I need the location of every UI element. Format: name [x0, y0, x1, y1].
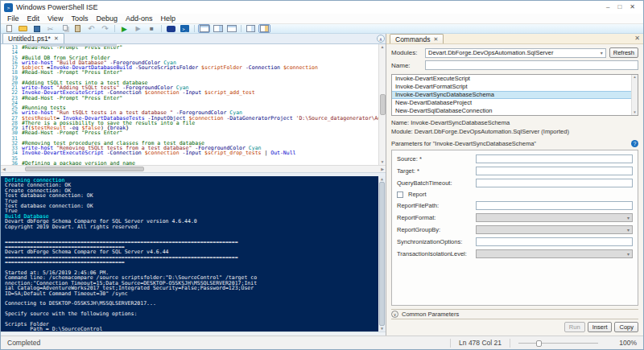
- commands-tab[interactable]: Commands ✕: [390, 34, 444, 43]
- new-script-icon[interactable]: [3, 24, 15, 33]
- open-script-icon[interactable]: [17, 24, 29, 33]
- toolbar-separator: [194, 25, 195, 32]
- editor-vertical-scrollbar[interactable]: ▲ ▼: [378, 44, 386, 165]
- editor-vscroll-thumb[interactable]: [380, 94, 386, 115]
- script-tab-close-icon[interactable]: ✕: [54, 35, 59, 42]
- close-button[interactable]: ✕: [630, 4, 635, 10]
- common-parameters-label: Common Parameters: [402, 311, 459, 318]
- scroll-down-icon[interactable]: ▼: [381, 327, 383, 331]
- show-script-pane-maximized-icon[interactable]: [225, 24, 237, 33]
- menu-debug[interactable]: Debug: [92, 14, 122, 23]
- copy-button[interactable]: Copy: [614, 322, 638, 332]
- command-list-item[interactable]: New-DevartSqlDatabaseConnection: [392, 107, 638, 115]
- common-parameters-expander[interactable]: ∨ Common Parameters: [391, 309, 638, 319]
- command-list-scrollbar[interactable]: ▲▼: [631, 75, 638, 115]
- zoom-percent: 100%: [606, 339, 637, 347]
- console-pane[interactable]: Defining connectionCreate connection: OK…: [1, 176, 386, 331]
- modules-select[interactable]: Devart.DbForge.DevOpsAutomation.SqlServe…: [425, 48, 606, 58]
- scroll-up-icon[interactable]: ▲: [381, 45, 385, 49]
- param-transactionisolationlevel-select[interactable]: ▾: [476, 249, 633, 258]
- console-vscroll-thumb[interactable]: [379, 182, 385, 326]
- action-buttons: RunInsertCopy: [391, 319, 638, 334]
- menu-add-ons[interactable]: Add-ons: [122, 14, 157, 23]
- chevron-down-icon: ▾: [601, 50, 603, 56]
- menu-view[interactable]: View: [43, 14, 67, 23]
- start-powershell-icon[interactable]: >_: [179, 24, 191, 33]
- cut-icon[interactable]: ✂: [44, 24, 56, 33]
- menu-edit[interactable]: Edit: [23, 14, 44, 23]
- name-filter-input[interactable]: [425, 60, 638, 70]
- param-reportformat-select[interactable]: ▾: [476, 213, 633, 222]
- command-list-item[interactable]: Invoke-DevartExecuteScript: [392, 75, 638, 83]
- editor-horizontal-scrollbar[interactable]: ◀ ▶: [1, 165, 386, 172]
- script-editor[interactable]: 1314151617181920212223242526272829303132…: [1, 44, 386, 165]
- selected-command-module: Module: Devart.DbForge.DevOpsAutomation.…: [391, 128, 638, 135]
- param-reportfilepath-input[interactable]: [476, 201, 633, 210]
- minimize-button[interactable]: –: [606, 4, 609, 10]
- redo-icon[interactable]: ↷: [99, 24, 111, 33]
- cursor-position: Ln 478 Col 21: [450, 339, 510, 348]
- command-list-item[interactable]: Invoke-DevartFormatScript: [392, 83, 638, 91]
- param-synchronizationoptions-input[interactable]: [476, 237, 633, 246]
- chevron-down-icon: ▾: [627, 215, 630, 220]
- toolbar-separator: [161, 25, 162, 32]
- show-command-addon-icon[interactable]: [258, 24, 270, 33]
- refresh-button[interactable]: Refresh: [609, 47, 638, 58]
- run-selection-icon[interactable]: ▶: [132, 24, 144, 33]
- scroll-up-icon[interactable]: ▲: [381, 177, 383, 181]
- maximize-button[interactable]: □: [617, 4, 621, 10]
- new-remote-powershell-tab-icon[interactable]: [165, 24, 177, 33]
- collapse-script-pane-button[interactable]: ∧: [377, 35, 385, 43]
- paste-icon[interactable]: [72, 24, 84, 33]
- console-vertical-scrollbar[interactable]: ▲▼: [378, 176, 386, 331]
- param-source-input[interactable]: [476, 154, 633, 163]
- command-list-item[interactable]: Invoke-DevartSyncDatabaseSchema: [392, 91, 638, 99]
- param-reportgroupby-select[interactable]: ▾: [476, 225, 633, 234]
- console-line: Path = D:\SourceControl: [5, 327, 378, 331]
- script-code: #Read-Host -Prompt "Press Enter"#Build D…: [22, 44, 378, 165]
- menu-tools[interactable]: Tools: [67, 14, 92, 23]
- zoom-slider-thumb[interactable]: [536, 340, 542, 347]
- param-target-input[interactable]: [476, 167, 633, 175]
- run-script-icon[interactable]: ▶: [118, 24, 130, 33]
- param-row: ReportGroupBy:▾: [397, 225, 633, 234]
- modules-select-value: Devart.DbForge.DevOpsAutomation.SqlServe…: [428, 49, 553, 56]
- command-list[interactable]: Invoke-DevartExecuteScriptInvoke-DevartF…: [391, 74, 638, 116]
- commands-addon-panel: Commands ✕ ✕ Modules: Devart.DbForge.Dev…: [386, 34, 643, 336]
- save-icon[interactable]: [31, 24, 43, 33]
- scroll-left-icon[interactable]: ◀: [2, 167, 6, 171]
- toolbar-separator: [241, 25, 242, 32]
- zoom-slider[interactable]: [510, 339, 606, 348]
- chevron-down-circle-icon: ∨: [391, 311, 398, 318]
- param-row: ReportFilePath:: [397, 201, 633, 210]
- command-list-item[interactable]: New-DevartDatabaseProject: [392, 99, 638, 107]
- status-message: Completed: [7, 339, 450, 347]
- param-row: ReportFormat:▾: [397, 213, 633, 222]
- copy-icon[interactable]: [58, 24, 70, 33]
- param-querybatchtimeout-input[interactable]: [476, 179, 633, 187]
- stop-operation-icon[interactable]: ■: [146, 24, 158, 33]
- scroll-down-icon[interactable]: ▼: [381, 160, 385, 164]
- script-tab[interactable]: Untitled1.ps1* ✕: [2, 33, 64, 43]
- toolbar-separator: [114, 25, 115, 32]
- editor-hscroll-thumb[interactable]: [25, 167, 144, 171]
- undo-icon[interactable]: ↶: [85, 24, 97, 33]
- scroll-up-icon[interactable]: ▲: [633, 76, 636, 80]
- scroll-down-icon[interactable]: ▼: [633, 111, 636, 115]
- menu-help[interactable]: Help: [156, 14, 180, 23]
- scroll-right-icon[interactable]: ▶: [381, 167, 384, 171]
- powershell-logo-icon: >: [4, 3, 13, 12]
- new-powershell-tab-icon[interactable]: [245, 24, 257, 33]
- addon-panel-close-icon[interactable]: ✕: [634, 35, 640, 42]
- toolbar: ✂↶↷▶▶■>_: [1, 24, 643, 34]
- help-icon[interactable]: ?: [631, 140, 638, 147]
- param-report-checkbox[interactable]: [397, 191, 403, 198]
- show-script-pane-top-icon[interactable]: [198, 24, 210, 33]
- show-script-pane-right-icon[interactable]: [212, 24, 224, 33]
- menu-file[interactable]: File: [3, 14, 23, 23]
- insert-button[interactable]: Insert: [588, 322, 613, 332]
- param-row: SynchronizationOptions:: [397, 237, 633, 246]
- commands-tab-label: Commands: [395, 35, 430, 43]
- commands-tab-close-icon[interactable]: ✕: [433, 36, 438, 43]
- powershell-ise-window: > Windows PowerShell ISE – □ ✕ FileEditV…: [0, 0, 644, 350]
